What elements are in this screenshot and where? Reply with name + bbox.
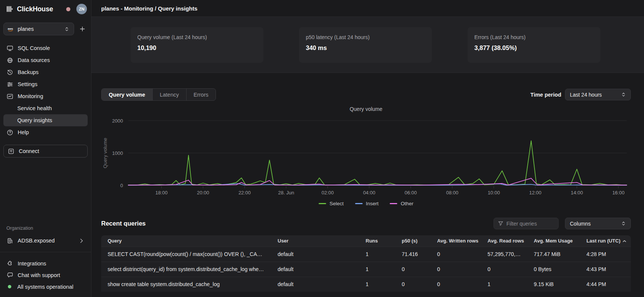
cell-last-run-utc: 4:28 PM	[580, 247, 631, 262]
sidebar-item-label: Monitoring	[18, 93, 43, 99]
organization-name: ADSB.exposed	[18, 238, 55, 244]
sidebar-item-all-systems-operational[interactable]: All systems operational	[3, 281, 88, 292]
stat-label: Errors (Last 24 hours)	[474, 34, 594, 40]
filter-queries-box	[494, 218, 559, 229]
sidebar-divider	[0, 252, 91, 252]
column-header-label: Avg. Read rows	[488, 238, 524, 244]
columns-select[interactable]: Columns	[565, 218, 631, 229]
table-row[interactable]: select distrinct(query_id) from system.d…	[101, 262, 631, 277]
sort-asc-icon	[623, 240, 626, 242]
svg-text:aws: aws	[8, 27, 13, 30]
sidebar-item-label: Settings	[18, 81, 37, 87]
table-row[interactable]: show create table system.distributed_cac…	[101, 277, 631, 292]
y-axis-label: Query volume	[102, 138, 108, 168]
columns-select-label: Columns	[570, 221, 617, 227]
query-volume-chart: 010002000Query volume18:0020:0022:0028. …	[101, 113, 631, 199]
recent-queries-title: Recent queries	[101, 220, 146, 227]
x-tick-label: 14:00	[571, 190, 583, 195]
x-tick-label: 06:00	[405, 190, 417, 195]
monitoring-icon	[6, 93, 13, 100]
sidebar-item-service-health[interactable]: Service health	[3, 102, 88, 114]
chart-tab-group: Query volumeLatencyErrors	[101, 88, 216, 101]
stat-card-query-volume-last-24-hours: Query volume (Last 24 hours)10,190	[131, 27, 263, 63]
cell-runs: 1	[359, 262, 395, 277]
sidebar-item-monitoring[interactable]: Monitoring	[3, 90, 88, 102]
time-period-value: Last 24 hours	[570, 92, 617, 98]
sidebar-item-query-insights[interactable]: Query insights	[3, 114, 88, 126]
chart-svg: 010002000Query volume18:0020:0022:0028. …	[101, 113, 631, 197]
legend-swatch	[390, 203, 397, 204]
connect-button[interactable]: Connect	[3, 145, 88, 158]
x-tick-label: 18:00	[155, 190, 168, 195]
y-tick-label: 2000	[112, 118, 123, 124]
column-header-avg-read-rows[interactable]: Avg. Read rows	[481, 235, 527, 247]
column-header-query[interactable]: Query	[101, 235, 271, 247]
y-tick-label: 0	[120, 183, 123, 188]
avatar[interactable]: ZN	[76, 4, 87, 14]
cell-avg-mem-usage: 717.47 MiB	[527, 247, 580, 262]
stat-card-p50-latency-last-24-hours: p50 latency (Last 24 hours)340 ms	[299, 27, 432, 63]
sidebar-item-label: All systems operational	[17, 284, 73, 290]
cell-last-run-utc: 4:44 PM	[580, 277, 631, 292]
column-header-label: Last run (UTC)	[586, 238, 620, 244]
sql-console-icon	[6, 45, 13, 52]
sidebar-item-integrations[interactable]: Integrations	[3, 258, 88, 269]
sidebar-spacer	[3, 158, 88, 226]
add-service-button[interactable]	[77, 24, 88, 34]
help-icon	[6, 129, 13, 136]
legend-swatch	[355, 203, 363, 204]
integrations-icon	[6, 260, 13, 267]
legend-item-other[interactable]: Other	[390, 201, 413, 206]
cell-avg-written-rows: 0	[431, 247, 481, 262]
sidebar-item-label: Help	[18, 129, 29, 135]
cell-user: default	[271, 247, 359, 262]
backups-icon	[6, 69, 13, 76]
cell-avg-read-rows: 0	[481, 262, 527, 277]
sidebar-item-help[interactable]: Help	[3, 126, 88, 138]
chevron-updown-icon	[63, 27, 70, 32]
x-tick-label: 02:00	[322, 190, 334, 195]
sidebar-item-settings[interactable]: Settings	[3, 78, 88, 90]
stat-value: 10,190	[137, 44, 257, 52]
cell-avg-written-rows: 0	[431, 277, 481, 292]
brand-name: ClickHouse	[17, 5, 53, 13]
filter-queries-input[interactable]	[506, 221, 554, 227]
cell-runs: 1	[359, 247, 395, 262]
stats-band: Query volume (Last 24 hours)10,190p50 la…	[91, 17, 644, 73]
sidebar: ClickHouse ZN aws planes SQL ConsoleData…	[0, 0, 91, 297]
connect-icon	[8, 148, 14, 155]
column-header-avg-mem-usage[interactable]: Avg. Mem Usage	[527, 235, 580, 247]
column-header-label: Avg. Written rows	[437, 238, 478, 244]
sidebar-item-backups[interactable]: Backups	[3, 66, 88, 78]
sidebar-item-label: Data sources	[18, 57, 50, 63]
sidebar-item-label: Query insights	[17, 117, 52, 123]
organization-switcher[interactable]: ADSB.exposed	[3, 235, 88, 247]
cell-query: show create table system.distributed_cac…	[101, 277, 271, 292]
tab-latency[interactable]: Latency	[153, 89, 187, 100]
legend-item-insert[interactable]: Insert	[355, 201, 379, 206]
topbar: planes - Monitoring / Query insights	[91, 0, 644, 17]
cell-avg-read-rows: 57,295,770,069	[481, 247, 527, 262]
chart-legend: SelectInsertOther	[101, 201, 631, 206]
sidebar-item-label: Chat with support	[18, 272, 60, 278]
tab-query-volume[interactable]: Query volume	[102, 89, 153, 100]
service-selector[interactable]: aws planes	[3, 23, 74, 35]
table-row[interactable]: SELECT CAST(round(pow(count() / max(coun…	[101, 247, 631, 262]
content: Query volumeLatencyErrors Time period La…	[101, 73, 631, 292]
sidebar-item-data-sources[interactable]: Data sources	[3, 54, 88, 66]
column-header-label: p50 (s)	[402, 238, 418, 244]
column-header-last-run-utc[interactable]: Last run (UTC)	[580, 235, 631, 247]
sidebar-item-sql-console[interactable]: SQL Console	[3, 42, 88, 54]
legend-item-select[interactable]: Select	[319, 201, 344, 206]
cell-p50-s: 71.416	[395, 247, 431, 262]
column-header-runs[interactable]: Runs	[359, 235, 395, 247]
column-header-p50-s[interactable]: p50 (s)	[395, 235, 431, 247]
time-period-select[interactable]: Last 24 hours	[565, 89, 631, 100]
x-tick-label: 22:00	[238, 190, 251, 195]
sidebar-item-label: Integrations	[18, 261, 46, 267]
sidebar-item-chat-with-support[interactable]: Chat with support	[3, 269, 88, 281]
column-header-user[interactable]: User	[271, 235, 359, 247]
column-header-avg-written-rows[interactable]: Avg. Written rows	[431, 235, 481, 247]
recent-queries-table: QueryUserRunsp50 (s)Avg. Written rowsAvg…	[101, 235, 631, 292]
tab-errors[interactable]: Errors	[187, 89, 216, 100]
